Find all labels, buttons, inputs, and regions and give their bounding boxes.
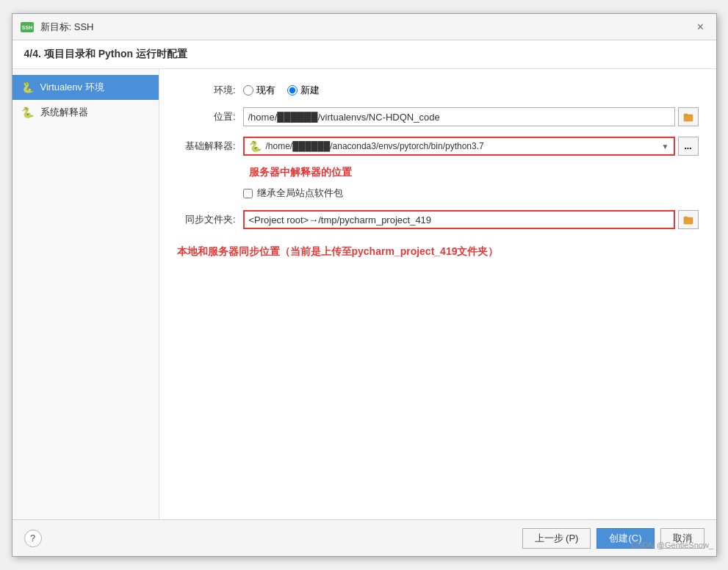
- python-icon: 🐍: [249, 140, 262, 152]
- radio-new-label: 新建: [300, 84, 320, 97]
- interpreter-control: 🐍 /home/██████/anaconda3/envs/pytorch/bi…: [243, 137, 699, 156]
- radio-existing-input[interactable]: [243, 85, 253, 95]
- folder-icon-2: [683, 214, 693, 225]
- location-input[interactable]: [243, 107, 675, 126]
- sidebar-item-system-label: 系统解释器: [40, 106, 88, 119]
- inherit-checkbox-label[interactable]: 继承全局站点软件包: [243, 187, 343, 200]
- virtualenv-icon: 🐍: [21, 81, 35, 94]
- sidebar-item-virtualenv[interactable]: 🐍 Virtualenv 环境: [12, 75, 159, 100]
- radio-new[interactable]: 新建: [287, 84, 320, 97]
- main-content: 环境: 现有 新建 位置:: [159, 69, 716, 519]
- env-row: 环境: 现有 新建: [177, 84, 699, 97]
- sync-annotation: 本地和服务器同步位置（当前是上传至pycharm_project_419文件夹）: [177, 239, 699, 259]
- sync-input[interactable]: [245, 212, 674, 228]
- dialog-title: 新目标: SSH: [40, 21, 94, 34]
- location-label: 位置:: [177, 110, 243, 123]
- interpreter-annotation: 服务器中解释器的位置: [249, 166, 352, 179]
- sync-browse-button[interactable]: [678, 210, 699, 229]
- footer-left: ?: [24, 530, 42, 547]
- inherit-checkbox-row: 继承全局站点软件包: [243, 187, 699, 200]
- help-button[interactable]: ?: [24, 530, 42, 547]
- location-row: 位置:: [177, 107, 699, 126]
- sync-field-wrapper: [243, 210, 675, 229]
- title-bar-left: SSH 新目标: SSH: [20, 20, 94, 35]
- svg-rect-3: [684, 114, 688, 115]
- inherit-checkbox[interactable]: [243, 189, 253, 198]
- dialog-footer: ? 上一步 (P) 创建(C) 取消: [12, 519, 716, 556]
- radio-existing-label: 现有: [256, 84, 275, 97]
- sync-control: [243, 210, 699, 229]
- svg-rect-4: [684, 217, 693, 224]
- interpreter-label: 基础解释器:: [177, 140, 243, 153]
- env-label: 环境:: [177, 84, 243, 97]
- app-icon: SSH: [20, 20, 35, 35]
- sync-row: 同步文件夹:: [177, 210, 699, 229]
- radio-existing[interactable]: 现有: [243, 84, 275, 97]
- env-radio-group: 现有 新建: [243, 84, 320, 97]
- location-browse-button[interactable]: [678, 107, 699, 126]
- interpreter-value: /home/██████/anaconda3/envs/pytorch/bin/…: [266, 141, 484, 151]
- watermark: CSDN @GentleSnow_: [632, 541, 713, 549]
- svg-rect-2: [684, 115, 693, 121]
- sidebar-item-virtualenv-label: Virtualenv 环境: [40, 81, 104, 94]
- svg-rect-5: [684, 217, 688, 218]
- location-control: [243, 107, 699, 126]
- sync-label: 同步文件夹:: [177, 213, 243, 226]
- svg-text:SSH: SSH: [21, 25, 32, 30]
- inherit-label-text: 继承全局站点软件包: [257, 187, 343, 200]
- folder-icon: [683, 112, 693, 122]
- interpreter-row: 基础解释器: 🐍 /home/██████/anaconda3/envs/pyt…: [177, 137, 699, 156]
- interpreter-dropdown[interactable]: 🐍 /home/██████/anaconda3/envs/pytorch/bi…: [243, 137, 675, 156]
- sidebar: 🐍 Virtualenv 环境 🐍 系统解释器: [12, 69, 159, 519]
- title-bar: SSH 新目标: SSH ×: [12, 14, 716, 40]
- prev-button[interactable]: 上一步 (P): [522, 528, 591, 549]
- close-button[interactable]: ×: [693, 19, 709, 35]
- dialog: SSH 新目标: SSH × 4/4. 项目目录和 Python 运行时配置 🐍…: [12, 13, 717, 557]
- dropdown-arrow-icon: ▼: [662, 142, 669, 151]
- radio-new-input[interactable]: [287, 85, 298, 95]
- dialog-body: 🐍 Virtualenv 环境 🐍 系统解释器 环境: 现有: [12, 69, 716, 519]
- interpreter-annotation-row: 服务器中解释器的位置: [243, 166, 699, 179]
- interpreter-more-button[interactable]: ...: [678, 137, 699, 156]
- sidebar-item-system-interpreter[interactable]: 🐍 系统解释器: [12, 100, 159, 125]
- system-interpreter-icon: 🐍: [21, 106, 35, 119]
- step-header: 4/4. 项目目录和 Python 运行时配置: [12, 40, 716, 69]
